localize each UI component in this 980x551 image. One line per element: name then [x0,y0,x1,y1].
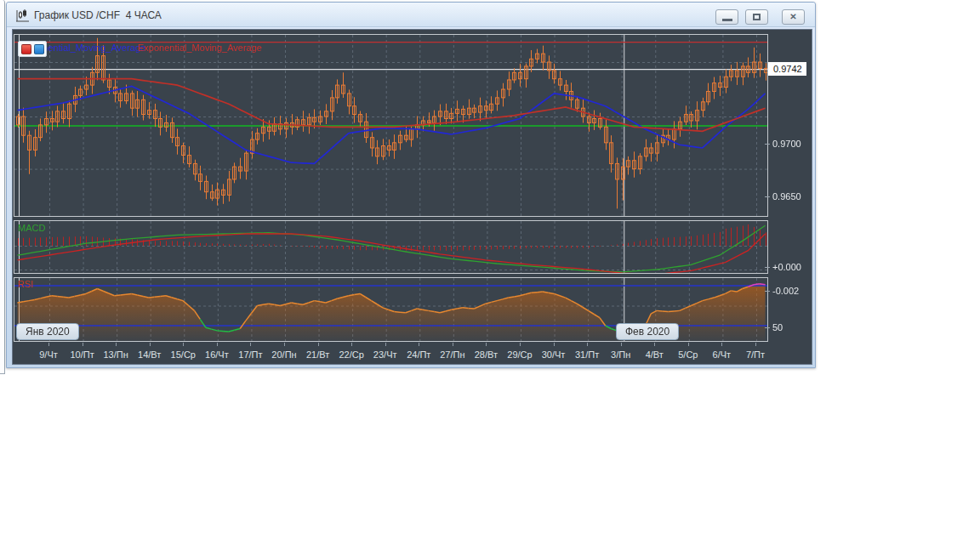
current-price-badge: 0.9742 [768,62,806,76]
x-axis-label: 16/Чт [205,349,229,360]
x-axis-tick [183,343,184,346]
rsi-label: RSI [18,279,33,289]
macd-axis-label: +0.000 [772,262,801,272]
x-axis-label: 22/Ср [339,349,363,360]
indicator-buttons-toolbar [18,41,47,57]
x-axis-label: 15/Ср [171,349,196,360]
close-icon: ✕ [789,12,796,21]
price-panel[interactable]: Exponential_Moving_Average Exponential_M… [14,34,768,217]
x-axis-label: 4/Вт [646,349,664,360]
macd-canvas[interactable] [14,221,767,273]
chart-window: График USD /CHF 4 ЧАСА ✕ Exponential_Mov… [6,2,816,368]
macd-panel[interactable]: MACD [14,220,768,274]
x-axis-tick [486,343,487,346]
x-axis-label: 7/Пт [746,349,765,360]
candlestick-chart-icon [15,8,31,23]
x-axis-tick [520,343,521,346]
rsi-axis-label: 50 [772,322,783,332]
x-axis-label: 13/Пн [103,349,128,360]
collapsed-side-panel[interactable] [0,0,5,374]
x-axis-tick [419,343,419,346]
x-axis-tick [453,343,453,346]
chart-client-area: Exponential_Moving_Average Exponential_M… [12,29,812,365]
x-axis-label: 10/Пт [70,349,94,360]
restore-button[interactable] [745,9,768,25]
x-axis-tick [318,343,319,346]
restore-icon [753,14,761,20]
month-badge-january: Янв 2020 [16,323,79,340]
x-axis-label: 5/Ср [678,349,698,360]
minimize-icon [722,19,732,21]
price-axis-label: 0.9700 [772,139,801,149]
x-axis-tick [217,343,218,346]
x-axis-label: 29/Ср [507,349,532,360]
x-axis-tick [385,343,386,346]
window-titlebar[interactable]: График USD /CHF 4 ЧАСА ✕ [7,3,815,27]
x-axis-tick [755,343,756,346]
blue-indicator-button[interactable] [34,44,44,54]
x-axis-tick [116,343,117,346]
red-indicator-button[interactable] [21,44,31,54]
x-axis-label: 21/Вт [306,349,329,360]
x-axis-tick [150,343,151,346]
window-title: График USD /CHF 4 ЧАСА [34,9,162,21]
minimize-button[interactable] [715,9,738,25]
x-axis-label: 27/Пн [440,349,464,360]
x-axis-label: 31/Пт [575,349,599,360]
x-axis-tick [654,343,655,346]
x-axis-label: 28/Вт [475,349,498,360]
x-axis-tick [621,343,622,346]
x-axis-tick [48,343,49,346]
x-axis-tick [554,343,555,346]
x-axis-label: 6/Чт [713,349,732,360]
ema-red-legend-label: Exponential_Moving_Average [138,43,262,53]
x-axis-tick [721,343,722,346]
x-axis-label: 24/Пт [407,349,430,360]
x-axis-tick [83,343,83,346]
close-button[interactable]: ✕ [782,9,805,25]
x-axis-label: 3/Пн [611,349,630,360]
x-axis-tick [284,343,285,346]
x-axis-label: 17/Пт [238,349,262,360]
x-axis-label: 30/Чт [542,349,566,360]
macd-axis-label: -0.002 [772,286,799,296]
x-axis-label: 20/Пн [271,349,296,360]
macd-label: MACD [18,223,45,233]
x-axis-label: 14/Вт [138,349,161,360]
x-axis-tick [351,343,352,346]
x-axis-tick [587,343,588,346]
x-axis-label: 23/Чт [373,349,397,360]
x-axis-tick [250,343,251,346]
x-axis-tick [688,343,689,346]
x-axis-label: 9/Чт [39,349,58,360]
price-chart-canvas[interactable] [14,35,767,216]
price-axis-label: 0.9650 [772,191,801,202]
x-axis[interactable]: 9/Чт10/Пт13/Пн14/Вт15/Ср16/Чт17/Пт20/Пн2… [13,343,813,366]
month-badge-february: Фев 2020 [616,323,679,340]
